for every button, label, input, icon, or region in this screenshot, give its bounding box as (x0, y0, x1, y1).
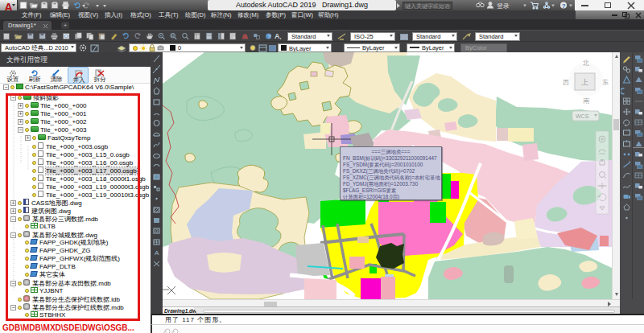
svg-text:登录: 登录 (497, 2, 510, 10)
svg-text:南: 南 (583, 97, 590, 105)
svg-text:北: 北 (582, 60, 589, 67)
svg-text:西: 西 (563, 79, 569, 86)
svg-text:上: 上 (581, 78, 588, 86)
svg-text:A: A (155, 249, 159, 257)
svg-text:?: ? (562, 2, 566, 10)
svg-text:东: 东 (602, 79, 609, 86)
svg-text:?: ? (267, 34, 270, 39)
svg-text:WCS: WCS (576, 113, 589, 119)
